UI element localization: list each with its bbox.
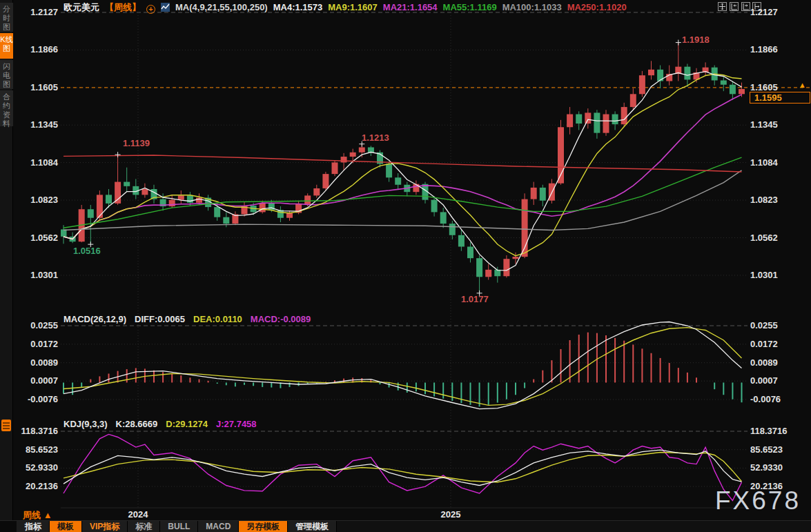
zoom-out-axis-icon[interactable] (730, 2, 739, 11)
price-tick-right: 1.1866 (750, 44, 810, 55)
ma9-line (63, 74, 742, 255)
macd-tick-right: 0.0172 (750, 339, 810, 349)
price-tick-left: 1.1866 (0, 44, 58, 55)
chevron-up-icon: ▲ (43, 510, 52, 520)
toolbar-tab-管理模板[interactable]: 管理模板 (288, 521, 337, 532)
price-tick-right: 1.2127 (750, 7, 810, 17)
ma-value: MA100:1.1033 (502, 2, 562, 12)
kdj-tick-right: 118.3716 (750, 426, 810, 436)
annotation-high-2: 1.1213 (362, 132, 389, 143)
toolbar-tab-指标[interactable]: 指标 (17, 521, 50, 532)
toolbar-tab-模板[interactable]: 模板 (50, 521, 82, 532)
price-tick-left: 1.1084 (0, 157, 58, 168)
toolbar-tab-标准[interactable]: 标准 (128, 521, 160, 532)
kdj-tick-right: 52.9330 (750, 462, 810, 473)
price-tick-right: 1.0562 (750, 233, 810, 243)
macd-title: MACD(26,12,9) (63, 314, 126, 324)
watermark: FX678 (715, 486, 801, 515)
macd-tick-left: -0.0076 (0, 394, 58, 404)
macd-diff-value: DIFF:0.0065 (135, 314, 185, 324)
add-indicator-icon[interactable]: + (146, 5, 155, 14)
pan-tool-icon[interactable] (718, 2, 727, 11)
year-label: 2025 (423, 509, 478, 520)
macd-dea-value: DEA:0.0110 (193, 314, 242, 324)
toolbar-tab-BULL[interactable]: BULL (160, 521, 198, 532)
annotation-low-2: 1.0177 (461, 294, 489, 304)
symbol-title: 欧元美元 (63, 2, 99, 12)
price-tick-left: 1.1605 (0, 82, 58, 92)
candlesticks (61, 43, 745, 293)
macd-macd-value: MACD:-0.0089 (251, 314, 311, 324)
kdj-legend: KDJ(9,3,3)K:28.6669D:29.1274J:27.7458 (63, 419, 265, 429)
ma-values: MA4:1.1573MA9:1.1607MA21:1.1654MA55:1.11… (273, 2, 632, 12)
ma4-line (63, 72, 742, 270)
toolbar-tab-VIP指标[interactable]: VIP指标 (82, 521, 128, 532)
last-price-marker-icon: ▲ (799, 81, 806, 89)
price-tick-right: 1.1084 (750, 157, 810, 168)
ma-value: MA4:1.1573 (273, 2, 323, 12)
macd-tick-right: 0.0255 (750, 320, 810, 331)
ma-value: MA250:1.1020 (567, 2, 627, 12)
toolbar-tab-另存模板[interactable]: 另存模板 (239, 521, 288, 532)
period-tag: 【周线】 (105, 2, 141, 12)
ma-value: MA21:1.1654 (383, 2, 438, 12)
kdj-d-line (63, 453, 742, 482)
x-axis-strip: 周线 ▲ 20242025 (13, 509, 811, 520)
price-tick-right: 1.1345 (750, 119, 810, 130)
macd-histogram (63, 333, 742, 407)
ma-value: MA9:1.1607 (328, 2, 378, 12)
ma-value: MA55:1.1169 (443, 2, 497, 12)
kdj-tick-left: 52.9330 (0, 462, 58, 473)
price-tick-left: 1.0562 (0, 233, 58, 243)
macd-tick-right: 0.0007 (750, 375, 810, 386)
kdj-d-value: D:29.1274 (166, 419, 208, 429)
kdj-j-line (63, 434, 742, 500)
macd-tick-right: 0.0089 (750, 357, 810, 368)
macd-tick-left: 0.0172 (0, 339, 58, 349)
ma-params-label: MA(4,9,21,55,100,250) (175, 2, 268, 12)
price-tick-right: 1.0301 (750, 270, 810, 280)
chart-type-icon[interactable] (161, 3, 170, 12)
macd-tick-left: 0.0007 (0, 375, 58, 386)
price-tick-left: 1.2127 (0, 7, 58, 17)
annotation-high-1: 1.1139 (123, 138, 150, 148)
price-tick-left: 1.0301 (0, 270, 58, 280)
macd-tick-left: 0.0255 (0, 320, 58, 331)
chart-canvas[interactable] (0, 0, 811, 532)
macd-diff-line (63, 322, 742, 409)
price-tick-left: 1.1345 (0, 119, 58, 130)
kdj-tick-left: 85.6523 (0, 444, 58, 455)
kdj-tick-left: 20.2136 (0, 481, 58, 491)
chart-header: 欧元美元【周线】+MA(4,9,21,55,100,250)MA4:1.1573… (63, 1, 638, 12)
macd-tick-left: 0.0089 (0, 357, 58, 368)
kdj-tick-right: 85.6523 (750, 444, 810, 455)
macd-tick-right: -0.0076 (750, 394, 810, 404)
annotation-high-3: 1.1918 (682, 35, 710, 45)
ma250-line (63, 155, 742, 172)
macd-legend: MACD(26,12,9)DIFF:0.0065DEA:0.0110MACD:-… (63, 314, 319, 324)
price-tick-right: 1.0823 (750, 195, 810, 205)
price-tick-left: 1.0823 (0, 195, 58, 205)
chart-application: 分时图K线图闪电图合约资料 欧元美元【周线】+MA(4,9,21,55,100,… (0, 0, 811, 532)
macd-dea-line (63, 328, 742, 406)
kdj-k-line (63, 450, 742, 485)
toolbar-corner (0, 521, 17, 532)
current-price-tag: 1.1595 (750, 92, 810, 104)
bottom-toolbar: 指标模板VIP指标标准BULLMACD另存模板管理模板 (0, 520, 811, 532)
year-label: 2024 (110, 509, 166, 520)
kdj-k-value: K:28.6669 (116, 419, 158, 429)
kdj-j-value: J:27.7458 (216, 419, 257, 429)
zoom-in-axis-icon[interactable] (741, 2, 750, 11)
toolbar-tab-MACD[interactable]: MACD (198, 521, 239, 532)
annotation-low-1: 1.0516 (73, 246, 101, 256)
kdj-tick-left: 118.3716 (0, 426, 58, 436)
kdj-title: KDJ(9,3,3) (63, 419, 108, 429)
